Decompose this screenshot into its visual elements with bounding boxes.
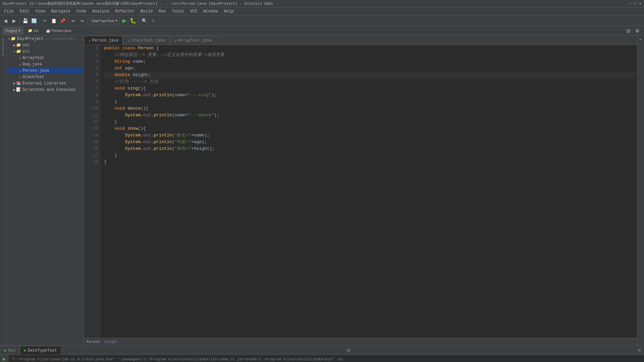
token-8: println: [154, 92, 172, 99]
tab-arraytest[interactable]: ☕ ArrayTest.java: [170, 36, 216, 45]
code-line-1[interactable]: public class Person {: [104, 45, 637, 52]
code-line-13[interactable]: void show(){: [104, 125, 637, 132]
code-line-17[interactable]: }: [104, 152, 637, 159]
toolbar-paste[interactable]: 📌: [58, 17, 66, 25]
token-13: show: [127, 125, 138, 132]
token-10: [125, 105, 127, 112]
code-content[interactable]: public class Person { //特征状态--> 变量--->定义…: [101, 45, 637, 338]
tree-src[interactable]: ▾ 📁 src: [7, 48, 84, 55]
code-line-11[interactable]: System.out.println(name+"---dance");: [104, 112, 637, 119]
code-line-14[interactable]: System.out.println("姓名="+name);: [104, 132, 637, 139]
token-5: double: [114, 72, 130, 78]
run-config-selector[interactable]: DateTypeTest ▾: [89, 17, 120, 24]
code-line-15[interactable]: System.out.println("年龄="+age);: [104, 139, 637, 145]
toolbar-undo[interactable]: ↩: [69, 17, 77, 25]
line-number-9: 9: [96, 99, 98, 105]
menu-tools[interactable]: Tools: [169, 8, 187, 14]
code-editor[interactable]: 123456▾789▾101112▾131415161718 public cl…: [84, 45, 637, 338]
menu-view[interactable]: View: [33, 8, 48, 14]
code-line-12[interactable]: }: [104, 119, 637, 125]
menu-build[interactable]: Build: [138, 8, 155, 14]
tree-day4project[interactable]: ▾ 📁 Day4Project D:\Java基础到项目...: [7, 36, 84, 42]
toolbar-sync[interactable]: 🔄: [30, 17, 38, 25]
fold-arrow-13[interactable]: ▾: [89, 125, 92, 132]
toolbar-cut[interactable]: ✂: [41, 17, 49, 25]
bottom-run-area: ▶ ↺ ⏹ ⬆ ⬇ 🖨 "C:\Program Files\Java\jdk-1…: [0, 355, 644, 362]
gutter-line-17: 17: [84, 152, 98, 159]
toolbar-back[interactable]: ◀: [1, 17, 9, 25]
run-tab-run[interactable]: ▶ Run: [0, 346, 20, 355]
code-line-9[interactable]: }: [104, 99, 637, 105]
toolbar-forward[interactable]: ▶: [10, 17, 18, 25]
breadcrumb-height[interactable]: height: [105, 340, 118, 344]
tab-stacktest[interactable]: ☕ StackTest.java: [123, 36, 169, 45]
run-tab-datetypetest[interactable]: ▶ DateTypeTest: [20, 346, 61, 355]
maximize-btn[interactable]: □: [634, 1, 637, 6]
tree-out[interactable]: ▶ 📁 out: [7, 42, 84, 48]
right-panel-label[interactable]: ▶: [639, 37, 643, 41]
code-line-2[interactable]: //特征状态--> 变量--->定义在类中的变量->成员变量: [104, 52, 637, 58]
gutter-line-9: 9: [84, 99, 98, 105]
fold-arrow-7[interactable]: ▾: [91, 85, 94, 92]
code-line-10[interactable]: void dance(){: [104, 105, 637, 112]
token-10: [104, 105, 114, 112]
toolbar-save[interactable]: 💾: [21, 17, 29, 25]
token-8: out: [143, 92, 151, 99]
tree-person[interactable]: ☕ Person.java: [7, 67, 84, 74]
menu-run[interactable]: Run: [156, 8, 169, 14]
gutter-line-13: ▾13: [84, 125, 98, 132]
nav-file[interactable]: ☕ Person.java: [43, 27, 74, 35]
run-play-btn[interactable]: ▶: [1, 356, 7, 362]
tab-person[interactable]: ☕ Person.java: [84, 36, 123, 45]
toolbar-copy[interactable]: 📋: [50, 17, 58, 25]
menu-help[interactable]: Help: [221, 8, 236, 14]
menu-analyze[interactable]: Analyze: [90, 8, 112, 14]
close-btn[interactable]: ✕: [639, 1, 641, 6]
code-line-16[interactable]: System.out.println("身高="+height);: [104, 145, 637, 152]
tab-person-label: Person.java: [92, 38, 118, 43]
run-controls: ▶ ↺ ⏹ ⬆ ⬇ 🖨: [0, 355, 8, 362]
tree-label-external: External Libraries: [22, 81, 66, 86]
fold-arrow-10[interactable]: ▾: [89, 105, 92, 112]
menu-window[interactable]: Window: [201, 8, 220, 14]
tree-dog[interactable]: ☕ Dog.java: [7, 61, 84, 67]
breadcrumb-person[interactable]: Person: [87, 340, 100, 344]
menu-edit[interactable]: Edit: [17, 8, 32, 14]
line-number-7: 7: [96, 85, 98, 92]
debug-button[interactable]: 🐛: [129, 17, 137, 25]
toolbar-sep2: [39, 17, 40, 24]
code-line-8[interactable]: System.out.println(name+"---sing");: [104, 92, 637, 99]
run-settings-btn[interactable]: ⚙: [345, 348, 352, 353]
structure-tab[interactable]: Structure: [1, 37, 5, 58]
code-line-7[interactable]: void sing(){: [104, 85, 637, 92]
tree-arraytest[interactable]: ☕ ArrayTest: [7, 55, 84, 61]
tree-stacktest[interactable]: ☕ StackTest: [7, 74, 84, 80]
run-button[interactable]: ▶: [120, 17, 128, 25]
toolbar-redo[interactable]: ↪: [78, 17, 86, 25]
menu-vcs[interactable]: VCS: [187, 8, 200, 14]
nav-collapse[interactable]: ⊟: [625, 27, 633, 35]
code-line-18[interactable]: }: [104, 159, 637, 166]
toolbar-git[interactable]: ⑂: [149, 17, 157, 25]
menu-file[interactable]: File: [1, 8, 16, 14]
minimize-btn[interactable]: ─: [629, 1, 632, 6]
breadcrumb: Person › height: [84, 338, 637, 345]
gutter-line-4: 4: [84, 65, 98, 72]
line-number-17: 17: [93, 152, 98, 159]
tree-scratches[interactable]: ▶ 📝 Scratches and Consoles: [7, 86, 84, 93]
menu-refactor[interactable]: Refactor: [112, 8, 137, 14]
code-line-4[interactable]: int age;: [104, 65, 637, 72]
menu-navigate[interactable]: Navigate: [48, 8, 73, 14]
nav-project[interactable]: Project ▾: [3, 27, 23, 35]
code-line-6[interactable]: //行为 -----> 方法: [104, 78, 637, 85]
toolbar-search[interactable]: 🔍: [140, 17, 148, 25]
nav-src[interactable]: 📁 src: [25, 27, 42, 35]
menu-code[interactable]: Code: [74, 8, 89, 14]
tree-external[interactable]: ▶ 📚 External Libraries: [7, 80, 84, 86]
code-line-3[interactable]: String name;: [104, 58, 637, 65]
run-close-btn[interactable]: ✕: [636, 348, 643, 353]
nav-settings[interactable]: ⚙: [633, 27, 641, 35]
token-16: println: [154, 145, 172, 152]
code-line-5[interactable]: double height;: [104, 72, 637, 78]
token-11: (name+: [172, 112, 188, 119]
